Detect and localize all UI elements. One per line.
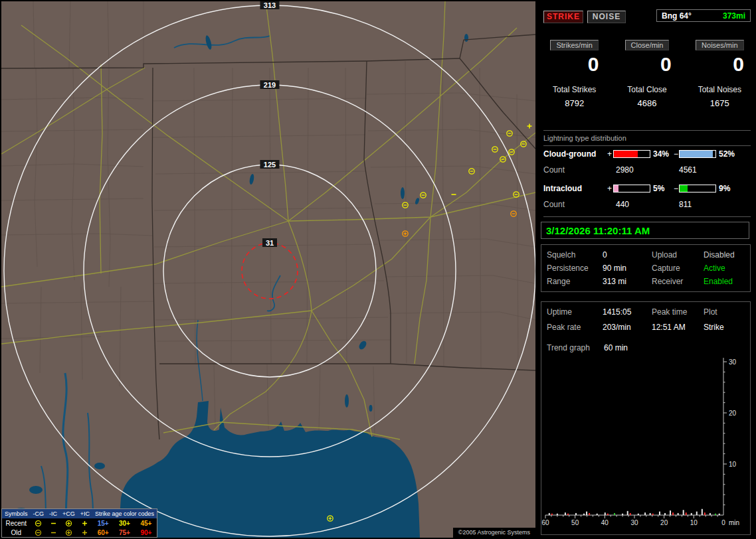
total-strikes-value: 8792 bbox=[538, 98, 611, 108]
plus-sign: + bbox=[607, 149, 612, 159]
separator bbox=[543, 216, 751, 217]
legend-symbols-header: Symbols bbox=[2, 509, 31, 519]
bearing-value: Bng 64° bbox=[662, 11, 692, 21]
persistence-label: Persistence bbox=[547, 264, 589, 273]
capture-value: Active bbox=[704, 264, 725, 273]
cg-positive-bar bbox=[613, 150, 650, 158]
copyright-label: ©2005 Astrogenic Systems bbox=[453, 528, 535, 538]
stormvue-window: 31321912531 Symbols -CG -IC +CG +IC Stri… bbox=[0, 0, 756, 539]
squelch-label: Squelch bbox=[547, 250, 575, 260]
ic-neg-old-icon bbox=[47, 528, 60, 538]
separator bbox=[543, 145, 751, 146]
legend-col-ic-pos: +IC bbox=[78, 509, 92, 519]
svg-text:60: 60 bbox=[541, 519, 549, 526]
capture-label: Capture bbox=[652, 264, 680, 273]
close-per-min-value: 0 bbox=[611, 53, 683, 77]
count-label: Count bbox=[543, 165, 565, 175]
ic-pos-old-icon bbox=[78, 528, 92, 538]
distribution-title: Lightning type distribution bbox=[543, 134, 626, 142]
intracloud-label: Intracloud bbox=[543, 184, 582, 193]
bearing-range-display: Bng 64° 373mi bbox=[656, 9, 751, 22]
map-legend: Symbols -CG -IC +CG +IC Strike age color… bbox=[1, 508, 157, 538]
noise-toggle-button[interactable]: NOISE bbox=[587, 11, 626, 23]
stats-panel: Uptime 1415:05 Peak time Plot Peak rate … bbox=[541, 301, 751, 535]
trend-graph: 3020106050403020100min bbox=[541, 352, 750, 534]
cloud-ground-count-row: Count 2980 4561 bbox=[538, 165, 756, 176]
svg-text:10: 10 bbox=[729, 461, 737, 468]
svg-text:219: 219 bbox=[264, 81, 276, 89]
cg-positive-pct: 34% bbox=[653, 149, 669, 159]
cg-pos-recent-icon bbox=[60, 518, 78, 528]
close-per-min-button[interactable]: Close/min bbox=[625, 40, 670, 50]
control-panel: STRIKE NOISE Bng 64° 373mi Strikes/min 0… bbox=[538, 0, 756, 539]
total-noises-label: Total Noises bbox=[684, 85, 756, 94]
close-column: Close/min 0 Total Close 4686 bbox=[611, 40, 683, 108]
svg-text:10: 10 bbox=[690, 519, 698, 526]
intracloud-count-row: Count 440 811 bbox=[538, 200, 756, 210]
receiver-value: Enabled bbox=[704, 277, 733, 286]
peak-rate-label: Peak rate bbox=[547, 323, 581, 332]
total-noises-value: 1675 bbox=[684, 98, 756, 108]
legend-old-row: Old 60+ 75+ 90+ bbox=[2, 528, 157, 538]
receiver-label: Receiver bbox=[652, 277, 683, 286]
range-setting-value: 313 mi bbox=[603, 277, 626, 286]
rate-counters: Strikes/min 0 Total Strikes 8792 Close/m… bbox=[538, 40, 756, 108]
ic-positive-bar bbox=[613, 185, 650, 193]
status-panel: Squelch 0 Upload Disabled Persistence 90… bbox=[541, 244, 751, 292]
cg-pos-old-icon bbox=[60, 528, 78, 538]
cg-negative-pct: 52% bbox=[719, 149, 735, 159]
legend-recent-row: Recent 15+ 30+ 45+ bbox=[2, 518, 157, 528]
cloud-ground-row: Cloud-ground + 34% − 52% bbox=[538, 149, 756, 160]
total-close-value: 4686 bbox=[611, 98, 683, 108]
ic-negative-count: 811 bbox=[679, 200, 692, 209]
svg-text:40: 40 bbox=[601, 519, 609, 526]
noises-per-min-button[interactable]: Noises/min bbox=[696, 40, 743, 50]
svg-text:30: 30 bbox=[729, 358, 737, 366]
ic-negative-bar bbox=[679, 185, 716, 193]
strikes-column: Strikes/min 0 Total Strikes 8792 bbox=[538, 40, 611, 108]
age-code-30: 30+ bbox=[114, 518, 135, 528]
total-strikes-label: Total Strikes bbox=[538, 85, 611, 94]
minus-sign: − bbox=[674, 149, 678, 159]
intracloud-row: Intracloud + 5% − 9% bbox=[538, 184, 756, 194]
persistence-value: 90 min bbox=[603, 264, 626, 273]
strikes-per-min-button[interactable]: Strikes/min bbox=[550, 40, 598, 50]
cg-positive-count: 2980 bbox=[616, 165, 634, 175]
strikes-per-min-value: 0 bbox=[538, 53, 611, 77]
ic-negative-pct: 9% bbox=[719, 184, 730, 193]
lightning-map[interactable]: 31321912531 Symbols -CG -IC +CG +IC Stri… bbox=[1, 1, 535, 538]
svg-text:125: 125 bbox=[264, 161, 276, 169]
upload-label: Upload bbox=[652, 250, 677, 260]
range-value: 373mi bbox=[723, 11, 745, 21]
cg-neg-old-icon bbox=[31, 528, 47, 538]
age-code-90: 90+ bbox=[136, 528, 157, 538]
cg-negative-count: 4561 bbox=[679, 165, 697, 175]
strike-toggle-button[interactable]: STRIKE bbox=[543, 11, 583, 23]
cg-neg-recent-icon bbox=[31, 518, 47, 528]
ic-positive-pct: 5% bbox=[653, 184, 664, 193]
ic-pos-recent-icon bbox=[78, 518, 92, 528]
legend-col-ic-neg: -IC bbox=[47, 509, 60, 519]
legend-recent-label: Recent bbox=[2, 518, 31, 528]
plot-label: Plot bbox=[704, 307, 717, 317]
svg-text:50: 50 bbox=[571, 519, 579, 526]
svg-text:31: 31 bbox=[266, 239, 274, 247]
squelch-value: 0 bbox=[603, 250, 607, 260]
separator bbox=[543, 130, 751, 131]
plus-sign: + bbox=[607, 184, 612, 193]
svg-text:20: 20 bbox=[729, 410, 737, 417]
svg-text:30: 30 bbox=[630, 519, 638, 526]
count-label: Count bbox=[543, 200, 565, 209]
legend-age-header: Strike age color codes bbox=[92, 509, 157, 519]
upload-value: Disabled bbox=[704, 250, 735, 260]
legend-col-cg-pos: +CG bbox=[60, 509, 78, 519]
svg-text:20: 20 bbox=[660, 519, 668, 526]
noises-column: Noises/min 0 Total Noises 1675 bbox=[684, 40, 756, 108]
total-close-label: Total Close bbox=[611, 85, 683, 94]
noises-per-min-value: 0 bbox=[684, 53, 756, 77]
trend-window-value: 60 min bbox=[604, 343, 628, 352]
legend-col-cg-neg: -CG bbox=[31, 509, 47, 519]
uptime-value: 1415:05 bbox=[603, 307, 631, 317]
uptime-label: Uptime bbox=[547, 307, 572, 317]
age-code-15: 15+ bbox=[92, 518, 114, 528]
